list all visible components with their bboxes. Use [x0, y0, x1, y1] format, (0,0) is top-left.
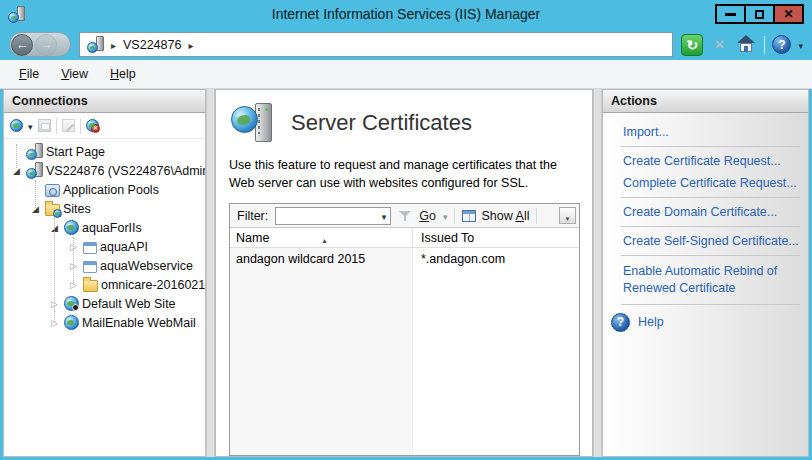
menu-help[interactable]: Help [99, 63, 147, 85]
application-pools-icon [45, 184, 60, 197]
action-help[interactable]: Help [609, 308, 802, 337]
filter-label: Filter: [237, 209, 268, 223]
panel-splitter[interactable] [206, 89, 215, 457]
start-page-icon [26, 143, 43, 160]
toolbar-separator [454, 208, 455, 224]
delete-badge-icon [91, 124, 100, 133]
sites-folder-icon [45, 204, 60, 216]
view-options-caret-icon [565, 210, 571, 224]
table-body: andagon wildcard 2015 *.andagon.com [230, 248, 579, 455]
view-options-button[interactable] [559, 207, 576, 224]
action-create-certificate-request[interactable]: Create Certificate Request... [621, 150, 802, 172]
navigation-buttons [9, 32, 71, 57]
sort-ascending-icon [321, 232, 328, 246]
connections-toolbar [4, 113, 205, 139]
menu-file[interactable]: File [8, 63, 50, 85]
stop-icon [714, 37, 725, 52]
forward-button[interactable] [35, 34, 57, 56]
create-connection-icon[interactable] [10, 119, 23, 132]
server-icon [87, 36, 104, 53]
feature-description: Use this feature to request and manage c… [229, 156, 581, 192]
title-bar: Internet Information Services (IIS) Mana… [0, 0, 812, 29]
close-icon [783, 7, 793, 21]
tree-guide [73, 237, 74, 285]
name-column: andagon wildcard 2015 [230, 248, 413, 455]
go-dropdown-caret-icon[interactable] [443, 209, 448, 223]
minimize-button[interactable] [715, 4, 746, 24]
action-enable-automatic-rebind[interactable]: Enable Automatic Rebind of Renewed Certi… [621, 259, 799, 301]
address-bar: VS224876 [0, 29, 812, 60]
panel-splitter[interactable] [593, 89, 602, 457]
action-create-domain-certificate[interactable]: Create Domain Certificate... [621, 201, 802, 223]
help-button[interactable] [772, 35, 791, 54]
show-all-button[interactable]: Show All [462, 209, 529, 223]
tree-item-omnicare[interactable]: omnicare-2016021 [4, 275, 205, 294]
forward-arrow-icon [40, 37, 53, 52]
help-icon [611, 313, 630, 332]
table-header: Name Issued To [230, 228, 579, 248]
server-certificates-icon [231, 102, 275, 144]
home-button[interactable] [735, 35, 757, 55]
action-complete-certificate-request[interactable]: Complete Certificate Request... [621, 172, 802, 194]
show-all-icon [462, 210, 476, 222]
stop-button[interactable] [710, 36, 728, 54]
toolbar-separator [764, 36, 765, 54]
maximize-button[interactable] [744, 4, 775, 24]
filter-combobox[interactable] [275, 207, 391, 225]
tree-item-aquawebservice[interactable]: aquaWebservice [4, 256, 205, 275]
server-icon [26, 162, 43, 179]
refresh-button[interactable] [681, 34, 703, 56]
refresh-icon [687, 37, 699, 53]
filter-funnel-icon [398, 209, 412, 223]
help-dropdown-caret-icon[interactable] [798, 38, 803, 52]
minimize-icon [725, 13, 736, 16]
menu-view[interactable]: View [50, 63, 99, 85]
action-create-self-signed-certificate[interactable]: Create Self-Signed Certificate... [621, 230, 802, 252]
tree-item-mailenable-webmail[interactable]: MailEnable WebMail [4, 313, 205, 332]
stopped-indicator-icon [72, 304, 79, 311]
workspace: Connections Start Page VS224876 (V [3, 89, 809, 457]
back-arrow-icon [16, 37, 29, 52]
home-icon [737, 35, 755, 43]
table-row[interactable]: *.andagon.com [413, 248, 579, 266]
column-header-issued-to[interactable]: Issued To [413, 228, 579, 247]
delete-connection-icon[interactable] [86, 119, 99, 132]
action-import[interactable]: Import... [621, 121, 802, 143]
actions-divider [621, 146, 800, 147]
tree-item-default-web-site[interactable]: Default Web Site [4, 294, 205, 313]
breadcrumb-server-name[interactable]: VS224876 [123, 38, 181, 52]
server-certificates-panel: Server Certificates Use this feature to … [215, 89, 593, 457]
back-button[interactable] [11, 34, 33, 56]
go-button[interactable]: Go [419, 209, 436, 223]
tree-item-server[interactable]: VS224876 (VS224876\Administ [4, 161, 205, 180]
tree-item-start-page[interactable]: Start Page [4, 142, 205, 161]
web-application-icon [83, 261, 97, 273]
iis-manager-window: { "window": { "title": "Internet Informa… [0, 0, 812, 460]
certificates-list: Filter: Go Show All [229, 203, 580, 456]
close-button[interactable] [773, 4, 804, 24]
actions-divider [621, 226, 800, 227]
breadcrumb-chevron-icon[interactable] [111, 38, 116, 52]
issued-to-column: *.andagon.com [413, 248, 579, 455]
connections-tree: Start Page VS224876 (VS224876\Administ A… [4, 139, 205, 456]
breadcrumb-chevron-icon[interactable] [188, 38, 193, 52]
actions-panel: Actions Import... Create Certificate Req… [602, 89, 809, 457]
column-header-name[interactable]: Name [230, 228, 413, 247]
actions-divider [621, 304, 800, 305]
tree-item-aquaapi[interactable]: aquaAPI [4, 237, 205, 256]
tree-item-aquaforiis[interactable]: aquaForIIs [4, 218, 205, 237]
table-row[interactable]: andagon wildcard 2015 [230, 248, 412, 266]
breadcrumb[interactable]: VS224876 [79, 32, 673, 57]
actions-list: Import... Create Certificate Request... … [603, 113, 808, 337]
connections-header: Connections [4, 90, 205, 113]
rename-connection-icon[interactable] [62, 119, 75, 132]
maximize-icon [755, 10, 764, 19]
web-application-icon [83, 242, 97, 254]
create-connection-caret-icon[interactable] [28, 119, 33, 133]
feature-header: Server Certificates [231, 102, 581, 144]
filter-toolbar: Filter: Go Show All [230, 204, 579, 228]
website-globe-icon [64, 220, 79, 235]
tree-guide [54, 218, 55, 322]
save-connections-icon[interactable] [38, 119, 51, 132]
page-title: Server Certificates [291, 110, 472, 136]
